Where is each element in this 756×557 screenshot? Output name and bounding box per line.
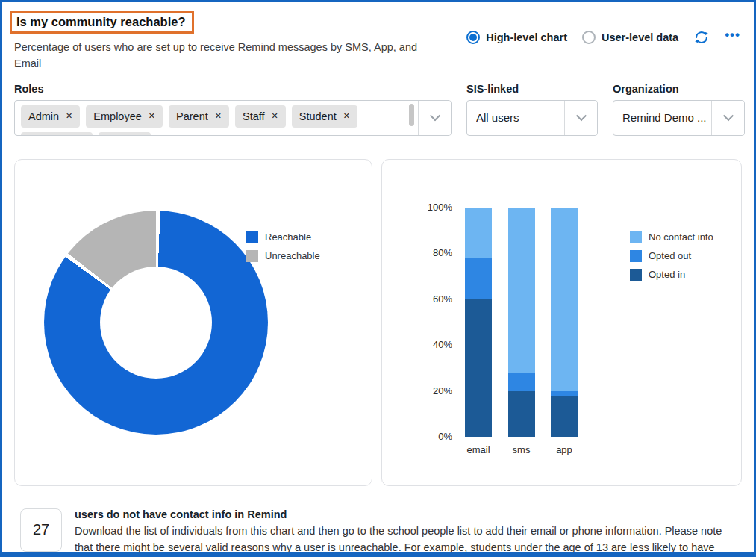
y-axis-tick: 100% [428,202,452,213]
unreachable-summary: 27 users do not have contact info in Rem… [14,508,742,557]
roles-tag-list: Admin✕Employee✕Parent✕Staff✕Student✕ [15,101,407,136]
legend-item: Opted out [630,250,713,262]
legend-swatch [246,250,258,262]
charts-row: ReachableUnreachable 100%80%60%40%20%0% … [14,159,742,486]
roles-dropdown-arrow[interactable] [418,101,451,135]
legend-label: Reachable [265,231,311,243]
remove-tag-icon[interactable]: ✕ [272,111,278,121]
chevron-down-icon [429,111,440,121]
bar-segment [465,258,492,299]
legend-label: Unreachable [265,250,320,261]
bar-segment [508,208,535,373]
chevron-down-icon [722,111,733,121]
page-title: Is my community reachable? [16,15,186,29]
role-tag-label: Parent [176,111,208,122]
bar-plot: emailsmsapp [465,208,592,437]
filter-bar: Roles Admin✕Employee✕Parent✕Staff✕Studen… [14,83,742,141]
remove-tag-icon[interactable]: ✕ [149,111,155,121]
sis-linked-value: All users [476,111,557,124]
organization-filter-label: Organization [613,83,745,95]
legend-item: Reachable [246,231,320,243]
radio-high-level-chart[interactable]: High-level chart [466,31,567,44]
reachability-donut-card: ReachableUnreachable [14,159,372,486]
legend-label: Opted in [649,269,685,280]
y-axis-tick: 60% [433,293,452,305]
legend-item: Unreachable [246,250,320,262]
y-axis-tick: 0% [438,431,452,442]
donut-chart [44,211,268,435]
bar-y-axis: 100%80%60%40%20%0% [413,208,452,437]
y-axis-tick: 20% [433,385,452,396]
role-tag[interactable]: Admin✕ [21,105,80,128]
sis-linked-filter: SIS-linked All users [466,83,598,136]
chevron-down-icon [575,111,586,121]
bar-legend: No contact infoOpted outOpted in [630,231,713,281]
bar-category-label: sms [508,444,535,455]
organization-filter: Organization Remind Demo ... [613,83,745,136]
sis-linked-dropdown-arrow[interactable] [564,101,597,135]
bar-segment [465,208,492,258]
refresh-icon[interactable] [693,29,710,46]
reachability-dashboard: Is my community reachable? Percentage of… [0,0,756,557]
role-tag-label: Admin [28,111,59,122]
bar-category-label: email [465,444,492,455]
role-tag[interactable]: Parent✕ [169,105,229,128]
radio-unselected-icon [582,31,596,44]
sis-linked-filter-label: SIS-linked [466,83,598,95]
y-axis-tick: 40% [433,339,452,350]
bar-segment [551,208,578,391]
y-axis-tick: 80% [433,247,452,258]
legend-label: No contact info [649,231,713,243]
view-toggle-group: High-level chart User-level data ••• [466,28,740,47]
scrollbar-thumb[interactable] [409,104,414,126]
role-tag-label: Employee [93,111,141,122]
bar-segment [508,373,535,391]
radio-label-user-level: User-level data [602,31,678,43]
footer-body: Download the list of individuals from th… [75,523,725,557]
legend-item: Opted in [630,269,713,281]
role-tag-partial [21,132,93,136]
radio-label-high-level: High-level chart [486,31,567,43]
remove-tag-icon[interactable]: ✕ [66,111,72,121]
legend-swatch [630,231,642,243]
radio-selected-icon [466,31,480,44]
organization-dropdown-arrow[interactable] [711,101,744,135]
header: Is my community reachable? Percentage of… [14,11,742,72]
footer-heading: users do not have contact info in Remind [75,508,725,520]
unreachable-count: 27 [20,508,62,552]
role-tag[interactable]: Staff✕ [235,105,286,128]
remove-tag-icon[interactable]: ✕ [215,111,222,121]
legend-label: Opted out [649,250,691,261]
legend-swatch [630,269,642,281]
contact-method-bar-card: 100%80%60%40%20%0% emailsmsapp No contac… [381,159,742,486]
legend-item: No contact info [630,231,713,243]
legend-swatch [630,250,642,262]
remove-tag-icon[interactable]: ✕ [343,111,350,121]
role-tag[interactable]: Student✕ [292,105,357,128]
title-annotation-box: Is my community reachable? [10,11,194,34]
organization-select[interactable]: Remind Demo ... [613,100,745,136]
radio-user-level-data[interactable]: User-level data [582,31,678,44]
role-tag-label: Staff [243,111,265,122]
bar-sms [508,208,535,437]
bar-email [465,208,492,437]
page-subtitle: Percentage of users who are set up to re… [14,39,443,72]
roles-filter: Roles Admin✕Employee✕Parent✕Staff✕Studen… [14,83,452,136]
donut-legend: ReachableUnreachable [246,231,320,262]
sis-linked-select[interactable]: All users [466,100,598,136]
roles-filter-label: Roles [14,83,452,95]
roles-multiselect[interactable]: Admin✕Employee✕Parent✕Staff✕Student✕ [14,100,452,136]
role-tag[interactable]: Employee✕ [86,105,163,128]
role-tag-partial [99,132,151,136]
bar-segment [551,396,578,437]
bar-segment [465,299,492,437]
bar-app [551,208,578,437]
role-tag-label: Student [299,111,337,122]
bar-segment [508,391,535,437]
more-options-icon[interactable]: ••• [725,28,740,47]
footer-body-text: Download the list of individuals from th… [75,525,722,557]
footer-text: users do not have contact info in Remind… [75,508,725,557]
bar-category-label: app [551,444,578,455]
legend-swatch [246,231,258,243]
